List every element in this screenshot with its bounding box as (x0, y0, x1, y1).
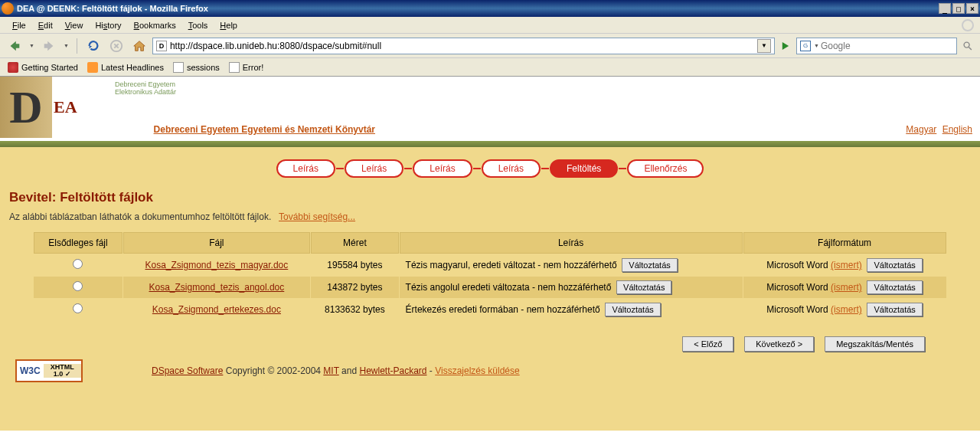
table-row: Kosa_Zsigmond_tezis_angol.doc143872 byte… (34, 277, 946, 298)
bookmark-icon (8, 62, 18, 73)
known-format-link[interactable]: (ismert) (831, 304, 862, 315)
go-button[interactable] (778, 38, 793, 54)
footer-text: DSpace Software Copyright © 2002-2004 MI… (152, 365, 520, 376)
step-3[interactable]: Leírás (413, 159, 472, 178)
stop-button[interactable] (106, 36, 126, 56)
library-link[interactable]: Debreceni Egyetem Egyetemi és Nemzeti Kö… (154, 124, 375, 135)
separator-bar (0, 141, 980, 147)
window-title: DEA @ DEENK: Feltöltött fájlok - Mozilla… (17, 4, 939, 13)
col-primary: Elsődleges fájl (34, 232, 122, 254)
col-file: Fájl (123, 232, 311, 254)
dea-logo: D (0, 77, 52, 138)
rss-icon (87, 62, 98, 73)
search-bar[interactable]: G ▼ (796, 38, 957, 54)
window-titlebar: DEA @ DEENK: Feltöltött fájlok - Mozilla… (0, 0, 980, 17)
file-size: 8133632 bytes (311, 299, 398, 320)
svg-point-1 (964, 42, 969, 48)
menu-history[interactable]: History (89, 19, 127, 31)
col-format: Fájlformátum (743, 232, 946, 254)
menu-view[interactable]: View (59, 19, 90, 31)
submission-steps: Leírás Leírás Leírás Leírás Feltöltés El… (9, 159, 971, 178)
w3c-badge[interactable]: W3C XHTML 1.0 ✓ (15, 359, 83, 382)
file-desc-cell: Tézis angolul eredeti változata - nem ho… (400, 277, 743, 298)
footer: W3C XHTML 1.0 ✓ DSpace Software Copyrigh… (9, 352, 971, 390)
dea-logo-text: EA (54, 97, 77, 117)
menu-tools[interactable]: Tools (182, 19, 214, 31)
bookmark-getting-started[interactable]: Getting Started (5, 61, 81, 74)
known-format-link[interactable]: (ismert) (831, 260, 862, 270)
google-icon[interactable]: G (800, 41, 811, 51)
change-desc-button[interactable]: Változtatás (605, 303, 660, 316)
file-desc-cell: Értekezés eredeti formában - nem hozzáfé… (400, 299, 743, 320)
url-dropdown[interactable]: ▼ (757, 39, 771, 53)
feedback-link[interactable]: Visszajelzés küldése (435, 365, 520, 376)
dspace-link[interactable]: DSpace Software (152, 365, 223, 376)
known-format-link[interactable]: (ismert) (831, 282, 862, 293)
primary-radio[interactable] (73, 259, 83, 269)
more-help-link[interactable]: További segítség... (279, 211, 355, 222)
hp-link[interactable]: Hewlett-Packard (359, 365, 426, 376)
page-body: Leírás Leírás Leírás Leírás Feltöltés El… (0, 147, 980, 431)
file-desc-cell: Tézis magyarul, eredeti változat - nem h… (400, 254, 743, 276)
bookmark-error[interactable]: Error! (226, 61, 267, 74)
bookmark-sessions[interactable]: sessions (170, 61, 223, 74)
minimize-button[interactable]: _ (939, 3, 951, 14)
change-format-button[interactable]: Változtatás (867, 280, 922, 294)
close-button[interactable]: × (966, 3, 978, 14)
lang-hungarian[interactable]: Magyar (906, 124, 936, 135)
file-format-cell: Microsoft Word (ismert) Változtatás (743, 299, 946, 320)
file-size: 195584 bytes (311, 254, 398, 276)
url-bar[interactable]: D ▼ (152, 38, 775, 54)
file-link[interactable]: Kosa_Zsigmond_tezis_angol.doc (149, 282, 284, 293)
lang-english[interactable]: English (942, 124, 972, 135)
firefox-icon (2, 2, 14, 15)
menu-bookmarks[interactable]: Bookmarks (128, 19, 182, 31)
next-button[interactable]: Következő > (744, 336, 814, 352)
form-nav-buttons: < Előző Következő > Megszakítás/Mentés (9, 336, 925, 352)
menu-file[interactable]: File (6, 19, 32, 31)
step-1[interactable]: Leírás (276, 159, 335, 178)
site-header: D EA Debreceni EgyetemElektronikus Adatt… (0, 77, 980, 141)
page-icon (229, 62, 240, 73)
bookmark-latest-headlines[interactable]: Latest Headlines (84, 61, 167, 74)
search-input[interactable] (821, 41, 953, 51)
step-2[interactable]: Leírás (345, 159, 403, 178)
step-4[interactable]: Leírás (482, 159, 541, 178)
table-row: Kosa_Zsigmond_tezis_magyar.doc195584 byt… (34, 254, 946, 276)
logo-subtitle: Debreceni EgyetemElektronikus Adattár (115, 81, 176, 97)
file-format-cell: Microsoft Word (ismert) Változtatás (743, 254, 946, 276)
change-format-button[interactable]: Változtatás (867, 258, 922, 272)
primary-radio[interactable] (73, 281, 83, 291)
change-desc-button[interactable]: Változtatás (616, 280, 671, 294)
change-desc-button[interactable]: Változtatás (622, 258, 677, 272)
maximize-button[interactable]: □ (952, 3, 965, 14)
url-input[interactable] (170, 41, 757, 51)
file-link[interactable]: Kosa_Zsigmond_tezis_magyar.doc (145, 260, 288, 270)
back-button[interactable] (5, 36, 24, 56)
search-button[interactable] (960, 38, 975, 54)
navigation-toolbar: ▼ ▼ D ▼ G ▼ (0, 34, 980, 58)
file-link[interactable]: Kosa_Zsigmond_ertekezes.doc (152, 304, 281, 315)
menubar: File Edit View History Bookmarks Tools H… (0, 17, 980, 34)
page-icon (173, 62, 184, 73)
cancel-save-button[interactable]: Megszakítás/Mentés (825, 336, 925, 352)
table-row: Kosa_Zsigmond_ertekezes.doc8133632 bytes… (34, 299, 946, 320)
forward-dropdown[interactable]: ▼ (62, 43, 70, 48)
page-content: D EA Debreceni EgyetemElektronikus Adatt… (0, 77, 980, 439)
col-desc: Leírás (400, 232, 743, 254)
back-dropdown[interactable]: ▼ (28, 43, 36, 48)
menu-help[interactable]: Help (214, 19, 243, 31)
change-format-button[interactable]: Változtatás (867, 303, 922, 316)
step-5-upload[interactable]: Feltöltés (550, 159, 618, 178)
home-button[interactable] (129, 36, 149, 56)
mit-link[interactable]: MIT (323, 365, 338, 376)
step-6-verify[interactable]: Ellenőrzés (627, 159, 704, 178)
language-switcher: Magyar English (903, 124, 972, 135)
page-title: Bevitel: Feltöltött fájlok (9, 190, 971, 205)
menu-edit[interactable]: Edit (32, 19, 59, 31)
reload-button[interactable] (83, 36, 103, 56)
search-engine-dropdown[interactable]: ▼ (812, 43, 821, 48)
forward-button[interactable] (39, 36, 59, 56)
prev-button[interactable]: < Előző (682, 336, 733, 352)
primary-radio[interactable] (73, 303, 83, 313)
